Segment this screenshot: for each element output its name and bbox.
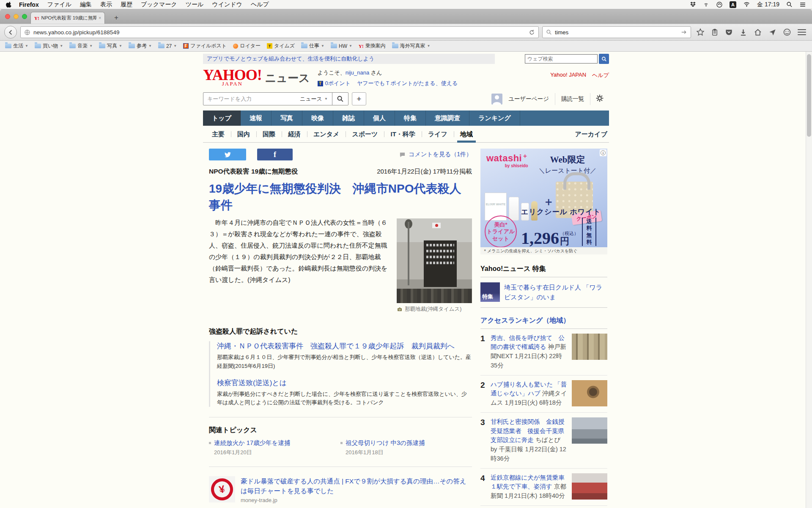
reload-icon[interactable] [529,29,535,36]
tpoint-message-link[interactable]: ヤフーでもＴポイントがたまる、使える [357,80,458,87]
home-icon[interactable] [754,28,762,36]
spotlight-icon[interactable] [786,1,793,8]
nav-ranking[interactable]: ランキング [469,110,520,126]
hello-smiley-icon[interactable] [783,28,791,36]
bookmark-folder-hw[interactable]: HW▼ [331,43,352,49]
menubar-item-firefox[interactable]: Firefox [15,1,43,8]
zoom-window-button[interactable] [22,14,27,19]
twitter-share-button[interactable] [209,149,246,160]
close-window-button[interactable] [5,14,10,19]
menubar-item-help[interactable]: ヘルプ [247,1,273,8]
menubar-clock[interactable]: 金 17:19 [757,1,779,8]
url-text[interactable]: news.yahoo.co.jp/pickup/6188549 [33,29,526,36]
minimize-window-button[interactable] [14,14,19,19]
news-search-button[interactable] [332,93,348,105]
subnav-keizai[interactable]: 経済 [282,126,307,142]
menubar-item-file[interactable]: ファイル [43,1,76,8]
dropbox-icon[interactable] [690,1,696,8]
yahoo-japan-link[interactable]: Yahoo! JAPAN [550,72,586,79]
subnav-sports[interactable]: スポーツ [346,126,384,142]
facebook-share-button[interactable]: f [257,149,293,160]
bookmark-times[interactable]: Tタイムズ [267,42,295,50]
subnav-it-kagaku[interactable]: IT・科学 [384,126,421,142]
bookmark-folder-kaigai[interactable]: 海外写真家▼ [392,42,431,50]
bookmark-folder-27[interactable]: 27▼ [158,43,177,49]
browser-search-bar[interactable] [542,26,691,38]
back-button[interactable] [4,26,17,39]
share-icon[interactable] [768,28,776,36]
downloads-icon[interactable] [739,28,747,36]
subnav-entame[interactable]: エンタメ [307,126,346,142]
search-go-icon[interactable] [680,29,687,35]
web-search-input[interactable] [525,54,598,64]
scrollbar-thumb[interactable] [807,54,811,137]
userpage-link[interactable]: ユーザーページ [502,95,555,103]
apple-menu-icon[interactable] [6,1,12,8]
nav-eizo[interactable]: 映像 [302,110,333,126]
menubar-item-view[interactable]: 表示 [96,1,116,8]
bookmark-folder-kaimono[interactable]: 買い物▼ [35,42,63,50]
related-link[interactable]: 沖縄・ＮＰＯ代表殺害事件 強盗殺人罪で１９歳少年起訴 裁判員裁判へ [217,342,455,350]
subnav-shuyo[interactable]: 主要 [206,126,231,142]
sponsored-link[interactable]: 豪ドル暴落で破産する人の共通点 | FXで９割が大損する真の理由…その答えは毎日… [241,478,466,494]
ranking-thumbnail-documents[interactable] [572,334,607,360]
help-link[interactable]: ヘルプ [592,72,609,79]
nav-sokuho[interactable]: 速報 [241,110,272,126]
bookmark-folder-ongaku[interactable]: 音楽▼ [69,42,93,50]
promo-link[interactable]: アプリでモノとウェブを組み合わせて、生活を便利に自動化しよう [207,55,374,63]
subnav-kokunai[interactable]: 国内 [231,126,256,142]
nav-tokushu[interactable]: 特集 [395,110,426,126]
settings-gear-icon[interactable] [590,94,609,104]
add-search-button[interactable]: + [352,92,366,105]
new-tab-button[interactable]: + [111,14,122,22]
input-method-icon[interactable]: A [730,1,736,8]
username-link[interactable]: niju_nana [346,69,369,76]
menubar-item-tools[interactable]: ツール [181,1,208,8]
article-photo[interactable] [397,218,472,303]
reading-list-icon[interactable] [711,28,719,36]
notification-center-icon[interactable] [799,2,806,8]
ranking-thumbnail-snake[interactable] [572,380,607,406]
ranking-thumbnail-dog-train[interactable] [572,473,607,500]
topic-link[interactable]: 祖父母切りつけ 中3の孫逮捕 [346,439,425,447]
topic-link[interactable]: 連続放火か 17歳少年を逮捕 [214,439,290,447]
nav-ishikichosa[interactable]: 意識調査 [426,110,469,126]
avatar[interactable] [491,94,502,105]
shiseido-ad-banner[interactable]: i watashi＋ by shiseido Web限定 ＼レーストート付／ E… [480,149,607,254]
menubar-item-window[interactable]: ウインドウ [208,1,247,8]
scrollbar[interactable] [806,52,812,508]
service-name[interactable]: ニュース [265,71,310,86]
ranking-thumbnail-street[interactable] [572,417,607,444]
web-search-button[interactable] [599,54,609,64]
creative-cloud-icon[interactable] [716,1,723,8]
menubar-item-edit[interactable]: 編集 [76,1,96,8]
nav-zasshi[interactable]: 雑誌 [333,110,364,126]
article-headline[interactable]: 19歳少年に無期懲役判決 沖縄市NPO代表殺人事件 [209,180,472,213]
bookmark-norikae[interactable]: Y!乗換案内 [359,42,386,50]
news-search-input[interactable]: キーワードを入力 [203,93,296,105]
related-link[interactable]: 検察官送致(逆送)とは [217,379,287,387]
browser-search-input[interactable] [555,29,678,36]
pocket-icon[interactable] [725,28,733,36]
archive-link[interactable]: アーカイブ [575,126,609,142]
menubar-item-bookmarks[interactable]: ブックマーク [137,1,181,8]
nav-shashin[interactable]: 写真 [272,110,302,126]
bookmark-folder-seikatsu[interactable]: 生活▼ [5,42,28,50]
ranking-heading[interactable]: アクセスランキング（地域） [480,316,607,329]
airport-icon[interactable] [703,1,709,8]
bookmark-folder-shashin[interactable]: 写真▼ [99,42,122,50]
subnav-life[interactable]: ライフ [422,126,454,142]
search-scope-dropdown[interactable]: ニュース▼ [296,93,332,105]
url-bar[interactable]: news.yahoo.co.jp/pickup/6188549 [20,26,539,38]
feature-link[interactable]: 埼玉で暮らす在日クルド人 「ワラビスタン」のいま [504,282,607,302]
wifi-icon[interactable] [743,1,750,8]
subnav-chiiki[interactable]: 地域 [454,126,479,142]
tab-close-icon[interactable]: × [99,16,101,20]
bookmark-folder-shigoto[interactable]: 仕事▼ [301,42,324,50]
menu-hamburger-icon[interactable] [798,28,806,37]
nav-top[interactable]: トップ [203,110,241,126]
yahoo-japan-logo[interactable]: YAHOO!JAPAN [203,67,262,86]
bookmark-folder-sanko[interactable]: 参考▼ [129,42,152,50]
view-comments-link[interactable]: コメントを見る（1件） [409,151,472,158]
nav-kojin[interactable]: 個人 [364,110,395,126]
